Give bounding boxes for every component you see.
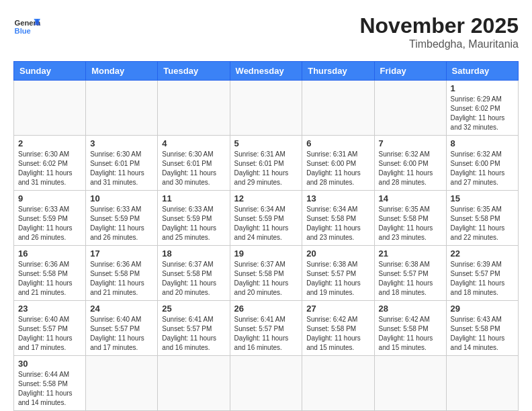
logo: General Blue (13, 13, 40, 40)
svg-text:Blue: Blue (15, 27, 31, 35)
calendar-day-cell: 15Sunrise: 6:35 AM Sunset: 5:58 PM Dayli… (446, 191, 518, 246)
day-number: 9 (18, 193, 81, 203)
day-number: 15 (451, 193, 514, 203)
day-info: Sunrise: 6:40 AM Sunset: 5:57 PM Dayligh… (18, 315, 81, 353)
calendar-day-cell (14, 81, 86, 136)
day-info: Sunrise: 6:42 AM Sunset: 5:58 PM Dayligh… (306, 315, 369, 353)
day-number: 10 (90, 193, 153, 203)
calendar-header-sunday: Sunday (14, 62, 86, 81)
day-number: 20 (306, 248, 369, 259)
calendar-day-cell: 29Sunrise: 6:43 AM Sunset: 5:58 PM Dayli… (446, 301, 518, 356)
day-info: Sunrise: 6:44 AM Sunset: 5:58 PM Dayligh… (18, 370, 81, 408)
calendar-day-cell: 27Sunrise: 6:42 AM Sunset: 5:58 PM Dayli… (302, 301, 374, 356)
calendar-day-cell (446, 356, 518, 411)
day-info: Sunrise: 6:35 AM Sunset: 5:58 PM Dayligh… (451, 205, 514, 242)
day-number: 7 (379, 138, 442, 148)
calendar-day-cell: 9Sunrise: 6:33 AM Sunset: 5:59 PM Daylig… (14, 191, 86, 246)
day-number: 4 (162, 138, 225, 148)
calendar-day-cell: 10Sunrise: 6:33 AM Sunset: 5:59 PM Dayli… (86, 191, 158, 246)
calendar-day-cell (158, 81, 230, 136)
title-block: November 2025 Timbedgha, Mauritania (359, 13, 519, 50)
day-info: Sunrise: 6:36 AM Sunset: 5:58 PM Dayligh… (18, 260, 81, 298)
day-number: 14 (379, 193, 442, 203)
calendar-day-cell: 12Sunrise: 6:34 AM Sunset: 5:59 PM Dayli… (230, 191, 302, 246)
day-number: 11 (162, 193, 225, 203)
day-info: Sunrise: 6:33 AM Sunset: 5:59 PM Dayligh… (162, 205, 225, 242)
calendar-header-thursday: Thursday (302, 62, 374, 81)
calendar-day-cell: 6Sunrise: 6:31 AM Sunset: 6:00 PM Daylig… (302, 136, 374, 191)
calendar-day-cell: 18Sunrise: 6:37 AM Sunset: 5:58 PM Dayli… (158, 246, 230, 301)
calendar-day-cell: 24Sunrise: 6:40 AM Sunset: 5:57 PM Dayli… (86, 301, 158, 356)
calendar-day-cell: 23Sunrise: 6:40 AM Sunset: 5:57 PM Dayli… (14, 301, 86, 356)
day-info: Sunrise: 6:30 AM Sunset: 6:01 PM Dayligh… (162, 150, 225, 187)
calendar-day-cell: 2Sunrise: 6:30 AM Sunset: 6:02 PM Daylig… (14, 136, 86, 191)
calendar-day-cell: 8Sunrise: 6:32 AM Sunset: 6:00 PM Daylig… (446, 136, 518, 191)
day-info: Sunrise: 6:43 AM Sunset: 5:58 PM Dayligh… (451, 315, 514, 353)
day-number: 27 (306, 304, 369, 314)
day-number: 3 (90, 138, 153, 148)
day-info: Sunrise: 6:30 AM Sunset: 6:01 PM Dayligh… (90, 150, 153, 187)
day-info: Sunrise: 6:29 AM Sunset: 6:02 PM Dayligh… (451, 95, 514, 132)
day-number: 8 (451, 138, 514, 148)
calendar-header-row: SundayMondayTuesdayWednesdayThursdayFrid… (14, 62, 519, 81)
calendar-header-wednesday: Wednesday (230, 62, 302, 81)
day-number: 29 (451, 304, 514, 314)
day-number: 12 (234, 193, 298, 203)
calendar-day-cell: 28Sunrise: 6:42 AM Sunset: 5:58 PM Dayli… (374, 301, 446, 356)
calendar-day-cell: 19Sunrise: 6:37 AM Sunset: 5:58 PM Dayli… (230, 246, 302, 301)
calendar-day-cell: 7Sunrise: 6:32 AM Sunset: 6:00 PM Daylig… (374, 136, 446, 191)
day-info: Sunrise: 6:37 AM Sunset: 5:58 PM Dayligh… (162, 260, 225, 298)
calendar-day-cell: 4Sunrise: 6:30 AM Sunset: 6:01 PM Daylig… (158, 136, 230, 191)
day-info: Sunrise: 6:32 AM Sunset: 6:00 PM Dayligh… (451, 150, 514, 187)
day-info: Sunrise: 6:33 AM Sunset: 5:59 PM Dayligh… (90, 205, 153, 242)
day-number: 24 (90, 304, 153, 314)
month-title: November 2025 (359, 13, 519, 38)
calendar-day-cell: 30Sunrise: 6:44 AM Sunset: 5:58 PM Dayli… (14, 356, 86, 411)
day-number: 25 (162, 304, 225, 314)
day-info: Sunrise: 6:38 AM Sunset: 5:57 PM Dayligh… (379, 260, 442, 298)
day-info: Sunrise: 6:41 AM Sunset: 5:57 PM Dayligh… (234, 315, 298, 353)
day-number: 16 (18, 248, 81, 259)
calendar-week-row: 30Sunrise: 6:44 AM Sunset: 5:58 PM Dayli… (14, 356, 519, 411)
calendar-day-cell (86, 356, 158, 411)
calendar-day-cell: 16Sunrise: 6:36 AM Sunset: 5:58 PM Dayli… (14, 246, 86, 301)
calendar-day-cell (230, 81, 302, 136)
day-number: 18 (162, 248, 225, 259)
day-number: 30 (18, 359, 81, 369)
calendar-header-saturday: Saturday (446, 62, 518, 81)
day-number: 26 (234, 304, 298, 314)
day-number: 22 (451, 248, 514, 259)
calendar-header-monday: Monday (86, 62, 158, 81)
calendar-week-row: 2Sunrise: 6:30 AM Sunset: 6:02 PM Daylig… (14, 136, 519, 191)
day-number: 1 (451, 83, 514, 93)
day-info: Sunrise: 6:35 AM Sunset: 5:58 PM Dayligh… (379, 205, 442, 242)
day-number: 28 (379, 304, 442, 314)
day-info: Sunrise: 6:34 AM Sunset: 5:59 PM Dayligh… (234, 205, 298, 242)
calendar-table: SundayMondayTuesdayWednesdayThursdayFrid… (13, 61, 519, 411)
calendar-header-tuesday: Tuesday (158, 62, 230, 81)
calendar-day-cell: 14Sunrise: 6:35 AM Sunset: 5:58 PM Dayli… (374, 191, 446, 246)
calendar-day-cell: 26Sunrise: 6:41 AM Sunset: 5:57 PM Dayli… (230, 301, 302, 356)
calendar-day-cell (230, 356, 302, 411)
day-info: Sunrise: 6:31 AM Sunset: 6:00 PM Dayligh… (306, 150, 369, 187)
day-info: Sunrise: 6:39 AM Sunset: 5:57 PM Dayligh… (451, 260, 514, 298)
day-info: Sunrise: 6:41 AM Sunset: 5:57 PM Dayligh… (162, 315, 225, 353)
day-info: Sunrise: 6:36 AM Sunset: 5:58 PM Dayligh… (90, 260, 153, 298)
day-number: 17 (90, 248, 153, 259)
calendar-week-row: 23Sunrise: 6:40 AM Sunset: 5:57 PM Dayli… (14, 301, 519, 356)
day-number: 19 (234, 248, 298, 259)
calendar-header-friday: Friday (374, 62, 446, 81)
calendar-day-cell: 17Sunrise: 6:36 AM Sunset: 5:58 PM Dayli… (86, 246, 158, 301)
calendar-day-cell (374, 356, 446, 411)
calendar-week-row: 16Sunrise: 6:36 AM Sunset: 5:58 PM Dayli… (14, 246, 519, 301)
calendar-day-cell: 21Sunrise: 6:38 AM Sunset: 5:57 PM Dayli… (374, 246, 446, 301)
day-info: Sunrise: 6:34 AM Sunset: 5:58 PM Dayligh… (306, 205, 369, 242)
calendar-day-cell (302, 81, 374, 136)
calendar-day-cell: 11Sunrise: 6:33 AM Sunset: 5:59 PM Dayli… (158, 191, 230, 246)
day-info: Sunrise: 6:38 AM Sunset: 5:57 PM Dayligh… (306, 260, 369, 298)
day-info: Sunrise: 6:40 AM Sunset: 5:57 PM Dayligh… (90, 315, 153, 353)
page-header: General Blue November 2025 Timbedgha, Ma… (13, 13, 519, 50)
location-title: Timbedgha, Mauritania (359, 38, 519, 50)
day-number: 2 (18, 138, 81, 148)
day-info: Sunrise: 6:32 AM Sunset: 6:00 PM Dayligh… (379, 150, 442, 187)
